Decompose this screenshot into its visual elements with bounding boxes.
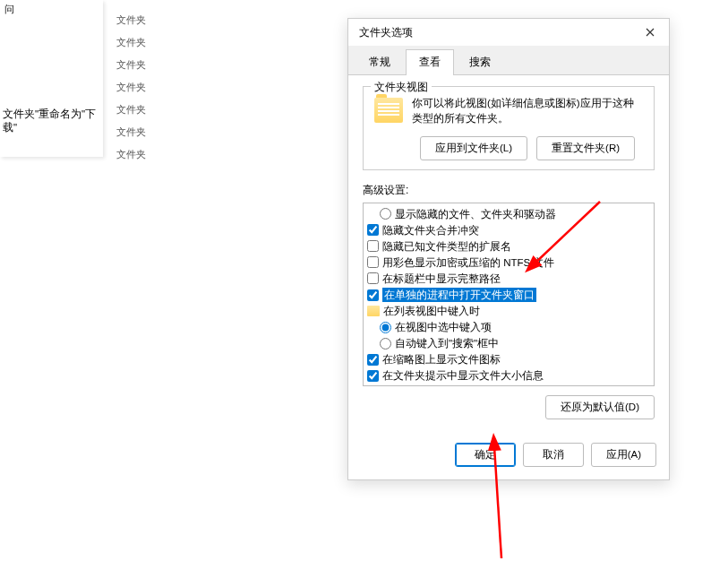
apply-to-folders-button[interactable]: 应用到文件夹(L) bbox=[420, 136, 527, 160]
tree-item[interactable]: 隐藏文件夹合并冲突 bbox=[367, 222, 650, 238]
tree-item-label: 隐藏已知文件类型的扩展名 bbox=[382, 239, 511, 254]
bg-type-cell: 文件夹 bbox=[116, 31, 161, 54]
tree-item-label: 在列表视图中键入时 bbox=[383, 304, 480, 318]
ok-button[interactable]: 确定 bbox=[455, 443, 516, 467]
tree-item[interactable]: 在预览窗格中显示预览控件 bbox=[367, 384, 650, 386]
checkbox-input[interactable] bbox=[367, 354, 379, 366]
dialog-title: 文件夹选项 bbox=[359, 25, 638, 40]
tree-item-label: 在单独的进程中打开文件夹窗口 bbox=[382, 288, 536, 302]
tree-item[interactable]: 在单独的进程中打开文件夹窗口 bbox=[367, 287, 650, 303]
bg-rename-hint: 文件夹"重命名为"下载" bbox=[3, 108, 103, 134]
background-explorer: 问 文件夹"重命名为"下载" 文件夹文件夹文件夹文件夹文件夹文件夹文件夹 bbox=[0, 0, 161, 161]
bg-type-cell: 文件夹 bbox=[116, 121, 161, 143]
close-icon bbox=[646, 28, 655, 37]
bg-type-cell: 文件夹 bbox=[116, 54, 161, 76]
checkbox-input[interactable] bbox=[367, 272, 379, 284]
checkbox-input[interactable] bbox=[367, 240, 379, 252]
title-bar: 文件夹选项 bbox=[348, 19, 669, 46]
close-button[interactable] bbox=[638, 21, 662, 44]
dialog-footer: 确定 取消 应用(A) bbox=[348, 434, 669, 479]
reset-folders-button[interactable]: 重置文件夹(R) bbox=[536, 136, 635, 160]
folder-view-desc: 你可以将此视图(如详细信息或图标)应用于这种类型的所有文件夹。 bbox=[412, 96, 643, 127]
bg-type-column: 文件夹文件夹文件夹文件夹文件夹文件夹文件夹 bbox=[116, 9, 161, 166]
checkbox-input[interactable] bbox=[367, 224, 379, 236]
checkbox-input[interactable] bbox=[367, 289, 379, 301]
tree-item-label: 在缩略图上显示文件图标 bbox=[382, 352, 501, 367]
bg-type-cell: 文件夹 bbox=[116, 143, 161, 166]
tab-1[interactable]: 查看 bbox=[406, 49, 454, 75]
tree-item-label: 在文件夹提示中显示文件大小信息 bbox=[382, 368, 544, 383]
bg-type-cell: 文件夹 bbox=[116, 76, 161, 99]
tree-item-label: 在预览窗格中显示预览控件 bbox=[382, 385, 511, 386]
advanced-settings-tree[interactable]: 显示隐藏的文件、文件夹和驱动器隐藏文件夹合并冲突隐藏已知文件类型的扩展名用彩色显… bbox=[363, 203, 655, 386]
folder-view-label: 文件夹视图 bbox=[371, 80, 432, 95]
checkbox-input[interactable] bbox=[367, 256, 379, 268]
folder-icon bbox=[367, 306, 380, 316]
folder-options-dialog: 文件夹选项 常规查看搜索 文件夹视图 你可以将此视图(如详细信息或图标)应用于这… bbox=[347, 18, 670, 480]
radio-input[interactable] bbox=[380, 322, 391, 333]
radio-input[interactable] bbox=[380, 338, 391, 350]
apply-button[interactable]: 应用(A) bbox=[591, 443, 656, 467]
bg-header-text: 问 bbox=[0, 0, 103, 19]
tab-bar: 常规查看搜索 bbox=[348, 46, 669, 75]
bg-type-cell: 文件夹 bbox=[116, 9, 161, 31]
tree-item[interactable]: 在列表视图中键入时 bbox=[367, 303, 650, 319]
tree-item[interactable]: 隐藏已知文件类型的扩展名 bbox=[367, 238, 650, 255]
dialog-body: 文件夹视图 你可以将此视图(如详细信息或图标)应用于这种类型的所有文件夹。 应用… bbox=[348, 75, 669, 434]
tab-0[interactable]: 常规 bbox=[355, 49, 404, 74]
tree-item[interactable]: 在视图中选中键入项 bbox=[367, 319, 650, 335]
tree-item[interactable]: 在文件夹提示中显示文件大小信息 bbox=[367, 367, 650, 384]
radio-input[interactable] bbox=[380, 208, 391, 220]
restore-defaults-button[interactable]: 还原为默认值(D) bbox=[545, 395, 655, 419]
checkbox-input[interactable] bbox=[367, 370, 379, 382]
tree-item-label: 在标题栏中显示完整路径 bbox=[382, 272, 501, 286]
tree-item-label: 用彩色显示加密或压缩的 NTFS 文件 bbox=[382, 255, 554, 270]
tree-item[interactable]: 在标题栏中显示完整路径 bbox=[367, 271, 650, 287]
tree-item-label: 在视图中选中键入项 bbox=[395, 320, 492, 334]
bg-left-pane: 问 文件夹"重命名为"下载" bbox=[0, 0, 103, 157]
tree-item[interactable]: 用彩色显示加密或压缩的 NTFS 文件 bbox=[367, 255, 650, 271]
tree-item-label: 自动键入到"搜索"框中 bbox=[395, 336, 499, 350]
cancel-button[interactable]: 取消 bbox=[523, 443, 584, 467]
folder-view-group: 文件夹视图 你可以将此视图(如详细信息或图标)应用于这种类型的所有文件夹。 应用… bbox=[363, 86, 655, 170]
tree-item-label: 隐藏文件夹合并冲突 bbox=[382, 223, 479, 237]
bg-type-cell: 文件夹 bbox=[116, 99, 161, 121]
advanced-settings-label: 高级设置: bbox=[363, 183, 655, 198]
folder-icon bbox=[374, 98, 403, 123]
tree-item[interactable]: 显示隐藏的文件、文件夹和驱动器 bbox=[367, 206, 650, 222]
tree-item[interactable]: 自动键入到"搜索"框中 bbox=[367, 335, 650, 351]
tree-item[interactable]: 在缩略图上显示文件图标 bbox=[367, 351, 650, 367]
tab-2[interactable]: 搜索 bbox=[456, 49, 504, 74]
tree-item-label: 显示隐藏的文件、文件夹和驱动器 bbox=[395, 207, 556, 221]
